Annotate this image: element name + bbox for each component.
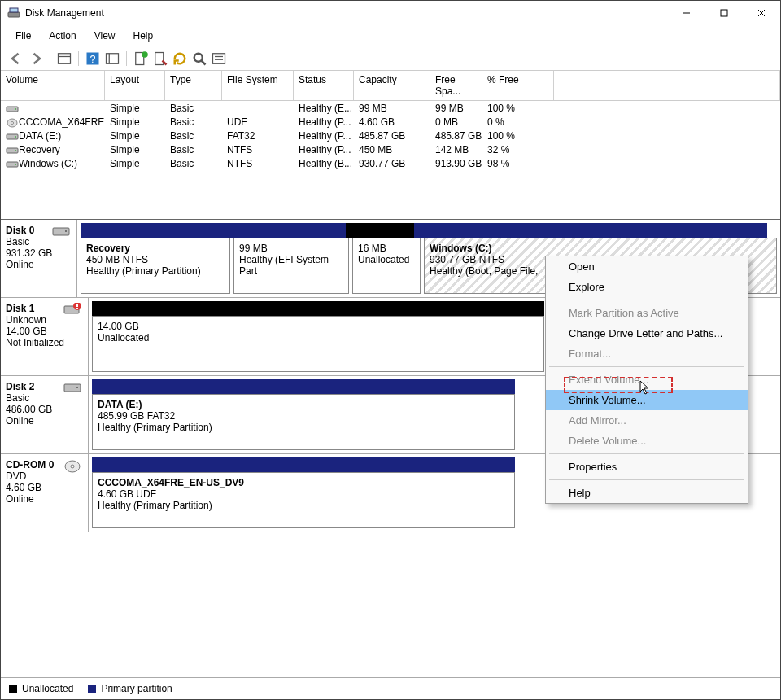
partition[interactable]: CCCOMA_X64FRE_EN-US_DV94.60 GB UDFHealth…: [92, 472, 515, 528]
disk-info[interactable]: Disk 1Unknown14.00 GBNot Initialized: [1, 298, 89, 375]
col-layout[interactable]: Layout: [105, 71, 165, 100]
window-title: Disk Management: [25, 7, 668, 19]
partition-size: 16 MB: [358, 243, 415, 254]
partition-status: Healthy (Primary Partition): [98, 500, 509, 511]
cell-free: 142 MB: [430, 143, 482, 156]
cell-fs: NTFS: [222, 143, 294, 156]
cell-free: 485.87 GB: [430, 129, 482, 142]
svg-point-39: [71, 465, 74, 468]
help-icon[interactable]: ?: [84, 50, 102, 68]
cell-status: Healthy (B...: [294, 157, 354, 170]
volume-table[interactable]: SimpleBasicHealthy (E...99 MB99 MB100 %C…: [1, 101, 780, 170]
disk-info[interactable]: Disk 2Basic486.00 GBOnline: [1, 376, 89, 453]
menu-separator: [549, 479, 744, 480]
partition[interactable]: 14.00 GBUnallocated: [92, 316, 544, 372]
cell-capacity: 4.60 GB: [354, 116, 430, 129]
cell-type: Basic: [165, 143, 222, 156]
partition-size: 450 MB NTFS: [86, 254, 225, 265]
volume-name: DATA (E:): [19, 130, 61, 142]
col-capacity[interactable]: Capacity: [354, 71, 430, 100]
properties-icon[interactable]: [210, 50, 228, 68]
attach-vhd-icon[interactable]: [151, 50, 169, 68]
cell-capacity: 930.77 GB: [354, 157, 430, 170]
svg-point-27: [15, 150, 16, 151]
cell-capacity: 450 MB: [354, 143, 430, 156]
partition[interactable]: Recovery450 MB NTFSHealthy (Primary Part…: [81, 238, 230, 294]
cell-layout: Simple: [105, 116, 165, 129]
forward-button[interactable]: [27, 50, 45, 68]
partition[interactable]: 99 MBHealthy (EFI System Part: [233, 238, 349, 294]
back-button[interactable]: [7, 50, 25, 68]
svg-point-37: [76, 387, 78, 388]
maximize-button[interactable]: [705, 1, 743, 25]
table-row[interactable]: RecoverySimpleBasicNTFSHealthy (P...450 …: [1, 142, 780, 156]
col-type[interactable]: Type: [165, 71, 222, 100]
legend-primary-swatch: [88, 685, 96, 693]
partition-size: 485.99 GB FAT32: [98, 410, 509, 422]
menu-separator: [549, 300, 744, 300]
svg-rect-17: [213, 53, 225, 63]
disk-state: Online: [6, 493, 83, 505]
partition-title: Recovery: [86, 243, 225, 254]
settings-icon[interactable]: [103, 50, 121, 68]
show-hide-console-icon[interactable]: [55, 50, 73, 68]
disk-info[interactable]: CD-ROM 0DVD4.60 GBOnline: [1, 454, 89, 532]
context-item-explore[interactable]: Explore: [546, 277, 748, 297]
context-item-properties[interactable]: Properties: [546, 457, 748, 477]
menu-action[interactable]: Action: [41, 28, 84, 44]
cell-fs: [222, 102, 294, 115]
menu-file[interactable]: File: [7, 28, 39, 44]
close-button[interactable]: [743, 1, 780, 25]
col-free[interactable]: Free Spa...: [430, 71, 482, 100]
svg-rect-36: [64, 384, 81, 392]
cell-layout: Simple: [105, 129, 165, 142]
context-item-format: Format...: [546, 343, 748, 364]
disk-info[interactable]: Disk 0Basic931.32 GBOnline: [1, 220, 77, 297]
context-item-open[interactable]: Open: [546, 256, 748, 277]
context-item-mark-partition-as-active: Mark Partition as Active: [546, 303, 748, 323]
disk-size: 4.60 GB: [6, 482, 83, 493]
create-vhd-icon[interactable]: [132, 50, 150, 68]
menu-view[interactable]: View: [86, 28, 124, 44]
svg-rect-35: [76, 308, 78, 309]
refresh-icon[interactable]: [171, 50, 189, 68]
context-item-help[interactable]: Help: [546, 483, 748, 503]
svg-rect-30: [53, 228, 69, 235]
col-volume[interactable]: Volume: [1, 71, 105, 100]
cell-status: Healthy (P...: [294, 129, 354, 142]
svg-text:?: ?: [90, 54, 96, 65]
legend-primary-label: Primary partition: [101, 683, 172, 694]
table-row[interactable]: Windows (C:)SimpleBasicNTFSHealthy (B...…: [1, 156, 780, 170]
disk-state: Online: [6, 259, 72, 270]
menu-help[interactable]: Help: [125, 28, 162, 44]
partition[interactable]: DATA (E:)485.99 GB FAT32Healthy (Primary…: [92, 394, 515, 450]
table-row[interactable]: CCCOMA_X64FRE...SimpleBasicUDFHealthy (P…: [1, 115, 780, 129]
app-icon: [7, 7, 20, 20]
rescan-icon[interactable]: [190, 50, 208, 68]
cell-pfree: 100 %: [482, 129, 554, 142]
disk-icon: [52, 225, 70, 242]
col-status[interactable]: Status: [294, 71, 354, 100]
svg-point-13: [142, 51, 148, 58]
col-filesystem[interactable]: File System: [222, 71, 294, 100]
cell-layout: Simple: [105, 102, 165, 115]
table-row[interactable]: SimpleBasicHealthy (E...99 MB99 MB100 %: [1, 101, 780, 115]
cell-free: 99 MB: [430, 102, 482, 115]
partition[interactable]: 16 MBUnallocated: [352, 238, 421, 294]
cell-type: Basic: [165, 116, 222, 129]
cell-status: Healthy (P...: [294, 143, 354, 156]
partition-status: Unallocated: [98, 332, 539, 343]
cell-status: Healthy (P...: [294, 116, 354, 129]
minimize-button[interactable]: [668, 1, 705, 25]
table-row[interactable]: DATA (E:)SimpleBasicFAT32Healthy (P...48…: [1, 129, 780, 142]
disk-size: 14.00 GB: [6, 326, 83, 337]
col-percent-free[interactable]: % Free: [482, 71, 554, 100]
toolbar: ?: [1, 46, 780, 71]
disk-icon: [63, 303, 81, 320]
svg-point-31: [65, 230, 67, 232]
context-item-change-drive-letter-and-paths[interactable]: Change Drive Letter and Paths...: [546, 323, 748, 343]
titlebar[interactable]: Disk Management: [1, 1, 780, 25]
legend: Unallocated Primary partition: [1, 677, 780, 699]
volume-name: Windows (C:): [19, 158, 77, 169]
disk-icon: [63, 459, 81, 476]
